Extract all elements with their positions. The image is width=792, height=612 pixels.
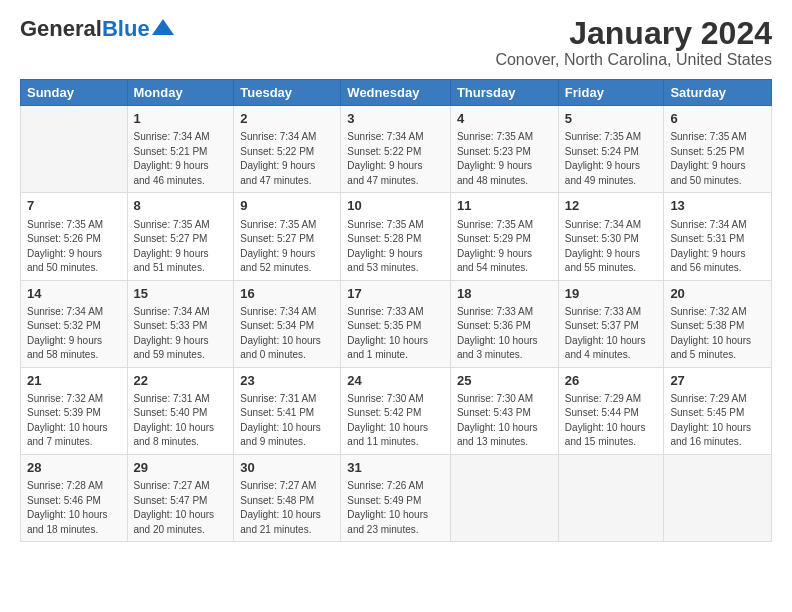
calendar-table: SundayMondayTuesdayWednesdayThursdayFrid…: [20, 79, 772, 542]
day-info: Sunrise: 7:34 AM Sunset: 5:22 PM Dayligh…: [347, 130, 444, 188]
day-info: Sunrise: 7:29 AM Sunset: 5:44 PM Dayligh…: [565, 392, 658, 450]
calendar-cell: 8Sunrise: 7:35 AM Sunset: 5:27 PM Daylig…: [127, 193, 234, 280]
day-number: 19: [565, 285, 658, 303]
logo-blue: Blue: [102, 16, 150, 42]
column-header-tuesday: Tuesday: [234, 80, 341, 106]
week-row-4: 21Sunrise: 7:32 AM Sunset: 5:39 PM Dayli…: [21, 367, 772, 454]
day-info: Sunrise: 7:34 AM Sunset: 5:34 PM Dayligh…: [240, 305, 334, 363]
day-info: Sunrise: 7:34 AM Sunset: 5:33 PM Dayligh…: [134, 305, 228, 363]
logo: General Blue: [20, 16, 174, 42]
calendar-cell: 29Sunrise: 7:27 AM Sunset: 5:47 PM Dayli…: [127, 454, 234, 541]
day-number: 2: [240, 110, 334, 128]
page: General Blue January 2024 Conover, North…: [0, 0, 792, 552]
week-row-2: 7Sunrise: 7:35 AM Sunset: 5:26 PM Daylig…: [21, 193, 772, 280]
title-block: January 2024 Conover, North Carolina, Un…: [495, 16, 772, 69]
calendar-cell: 9Sunrise: 7:35 AM Sunset: 5:27 PM Daylig…: [234, 193, 341, 280]
calendar-cell: 3Sunrise: 7:34 AM Sunset: 5:22 PM Daylig…: [341, 106, 451, 193]
calendar-cell: 28Sunrise: 7:28 AM Sunset: 5:46 PM Dayli…: [21, 454, 128, 541]
day-info: Sunrise: 7:28 AM Sunset: 5:46 PM Dayligh…: [27, 479, 121, 537]
calendar-cell: 30Sunrise: 7:27 AM Sunset: 5:48 PM Dayli…: [234, 454, 341, 541]
logo-icon: [152, 19, 174, 35]
day-number: 16: [240, 285, 334, 303]
day-number: 12: [565, 197, 658, 215]
calendar-cell: 13Sunrise: 7:34 AM Sunset: 5:31 PM Dayli…: [664, 193, 772, 280]
day-number: 10: [347, 197, 444, 215]
day-info: Sunrise: 7:30 AM Sunset: 5:43 PM Dayligh…: [457, 392, 552, 450]
week-row-3: 14Sunrise: 7:34 AM Sunset: 5:32 PM Dayli…: [21, 280, 772, 367]
day-number: 18: [457, 285, 552, 303]
day-number: 3: [347, 110, 444, 128]
day-info: Sunrise: 7:27 AM Sunset: 5:48 PM Dayligh…: [240, 479, 334, 537]
calendar-cell: 23Sunrise: 7:31 AM Sunset: 5:41 PM Dayli…: [234, 367, 341, 454]
day-info: Sunrise: 7:34 AM Sunset: 5:32 PM Dayligh…: [27, 305, 121, 363]
calendar-cell: 2Sunrise: 7:34 AM Sunset: 5:22 PM Daylig…: [234, 106, 341, 193]
day-info: Sunrise: 7:34 AM Sunset: 5:22 PM Dayligh…: [240, 130, 334, 188]
day-number: 21: [27, 372, 121, 390]
day-info: Sunrise: 7:35 AM Sunset: 5:26 PM Dayligh…: [27, 218, 121, 276]
calendar-cell: [558, 454, 664, 541]
day-info: Sunrise: 7:35 AM Sunset: 5:27 PM Dayligh…: [134, 218, 228, 276]
day-info: Sunrise: 7:32 AM Sunset: 5:39 PM Dayligh…: [27, 392, 121, 450]
calendar-header-row: SundayMondayTuesdayWednesdayThursdayFrid…: [21, 80, 772, 106]
day-info: Sunrise: 7:26 AM Sunset: 5:49 PM Dayligh…: [347, 479, 444, 537]
day-info: Sunrise: 7:35 AM Sunset: 5:28 PM Dayligh…: [347, 218, 444, 276]
calendar-cell: 27Sunrise: 7:29 AM Sunset: 5:45 PM Dayli…: [664, 367, 772, 454]
day-number: 28: [27, 459, 121, 477]
column-header-friday: Friday: [558, 80, 664, 106]
header: General Blue January 2024 Conover, North…: [20, 16, 772, 69]
day-info: Sunrise: 7:33 AM Sunset: 5:37 PM Dayligh…: [565, 305, 658, 363]
calendar-cell: 25Sunrise: 7:30 AM Sunset: 5:43 PM Dayli…: [450, 367, 558, 454]
calendar-cell: [21, 106, 128, 193]
day-number: 17: [347, 285, 444, 303]
day-number: 8: [134, 197, 228, 215]
calendar-cell: 19Sunrise: 7:33 AM Sunset: 5:37 PM Dayli…: [558, 280, 664, 367]
calendar-cell: 26Sunrise: 7:29 AM Sunset: 5:44 PM Dayli…: [558, 367, 664, 454]
day-number: 29: [134, 459, 228, 477]
day-number: 27: [670, 372, 765, 390]
calendar-cell: 21Sunrise: 7:32 AM Sunset: 5:39 PM Dayli…: [21, 367, 128, 454]
calendar-cell: [450, 454, 558, 541]
week-row-5: 28Sunrise: 7:28 AM Sunset: 5:46 PM Dayli…: [21, 454, 772, 541]
week-row-1: 1Sunrise: 7:34 AM Sunset: 5:21 PM Daylig…: [21, 106, 772, 193]
day-number: 26: [565, 372, 658, 390]
day-info: Sunrise: 7:34 AM Sunset: 5:21 PM Dayligh…: [134, 130, 228, 188]
day-number: 25: [457, 372, 552, 390]
calendar-cell: 10Sunrise: 7:35 AM Sunset: 5:28 PM Dayli…: [341, 193, 451, 280]
day-number: 11: [457, 197, 552, 215]
day-info: Sunrise: 7:34 AM Sunset: 5:31 PM Dayligh…: [670, 218, 765, 276]
calendar-cell: 31Sunrise: 7:26 AM Sunset: 5:49 PM Dayli…: [341, 454, 451, 541]
calendar-cell: 24Sunrise: 7:30 AM Sunset: 5:42 PM Dayli…: [341, 367, 451, 454]
day-info: Sunrise: 7:31 AM Sunset: 5:40 PM Dayligh…: [134, 392, 228, 450]
column-header-sunday: Sunday: [21, 80, 128, 106]
day-info: Sunrise: 7:32 AM Sunset: 5:38 PM Dayligh…: [670, 305, 765, 363]
day-info: Sunrise: 7:30 AM Sunset: 5:42 PM Dayligh…: [347, 392, 444, 450]
day-info: Sunrise: 7:35 AM Sunset: 5:27 PM Dayligh…: [240, 218, 334, 276]
logo-general: General: [20, 16, 102, 42]
day-info: Sunrise: 7:27 AM Sunset: 5:47 PM Dayligh…: [134, 479, 228, 537]
calendar-cell: 11Sunrise: 7:35 AM Sunset: 5:29 PM Dayli…: [450, 193, 558, 280]
day-number: 13: [670, 197, 765, 215]
page-title: January 2024: [495, 16, 772, 51]
day-info: Sunrise: 7:33 AM Sunset: 5:36 PM Dayligh…: [457, 305, 552, 363]
day-number: 5: [565, 110, 658, 128]
day-info: Sunrise: 7:33 AM Sunset: 5:35 PM Dayligh…: [347, 305, 444, 363]
day-number: 4: [457, 110, 552, 128]
calendar-cell: 14Sunrise: 7:34 AM Sunset: 5:32 PM Dayli…: [21, 280, 128, 367]
column-header-wednesday: Wednesday: [341, 80, 451, 106]
calendar-cell: 1Sunrise: 7:34 AM Sunset: 5:21 PM Daylig…: [127, 106, 234, 193]
svg-marker-0: [152, 19, 174, 35]
day-number: 23: [240, 372, 334, 390]
column-header-thursday: Thursday: [450, 80, 558, 106]
day-info: Sunrise: 7:34 AM Sunset: 5:30 PM Dayligh…: [565, 218, 658, 276]
calendar-cell: 15Sunrise: 7:34 AM Sunset: 5:33 PM Dayli…: [127, 280, 234, 367]
day-number: 6: [670, 110, 765, 128]
calendar-cell: 5Sunrise: 7:35 AM Sunset: 5:24 PM Daylig…: [558, 106, 664, 193]
calendar-cell: 7Sunrise: 7:35 AM Sunset: 5:26 PM Daylig…: [21, 193, 128, 280]
calendar-cell: 18Sunrise: 7:33 AM Sunset: 5:36 PM Dayli…: [450, 280, 558, 367]
calendar-cell: 17Sunrise: 7:33 AM Sunset: 5:35 PM Dayli…: [341, 280, 451, 367]
day-number: 9: [240, 197, 334, 215]
day-number: 20: [670, 285, 765, 303]
column-header-saturday: Saturday: [664, 80, 772, 106]
day-number: 30: [240, 459, 334, 477]
calendar-cell: 22Sunrise: 7:31 AM Sunset: 5:40 PM Dayli…: [127, 367, 234, 454]
